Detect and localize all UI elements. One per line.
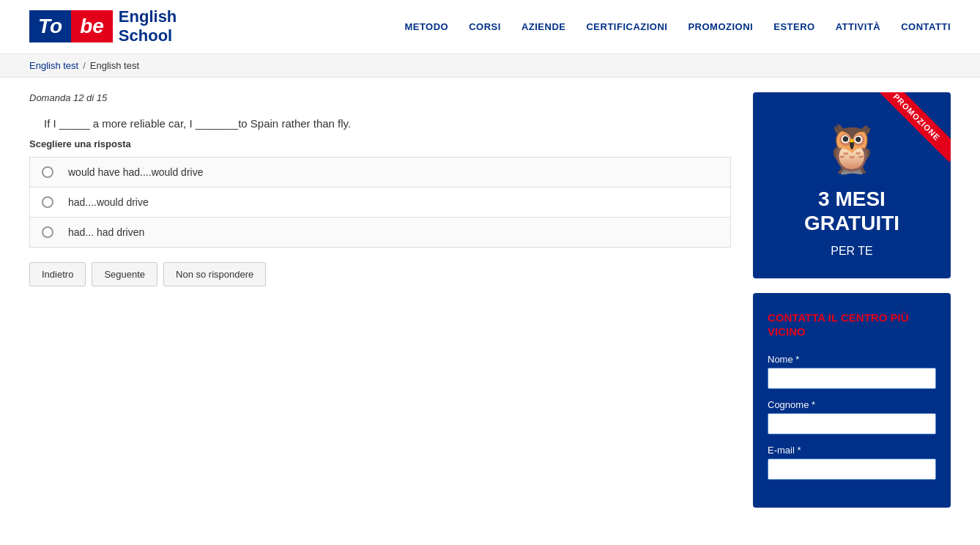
option-radio-3[interactable] bbox=[42, 226, 53, 238]
question-text: If I _____ a more reliable car, I ______… bbox=[29, 115, 731, 133]
promo-ribbon: PROMOZIONE bbox=[870, 92, 951, 173]
logo: To be English School bbox=[29, 7, 177, 46]
nav-metodo[interactable]: METODO bbox=[404, 21, 448, 32]
contact-input-nome[interactable] bbox=[768, 368, 936, 389]
breadcrumb-link[interactable]: English test bbox=[29, 60, 78, 71]
option-row-1[interactable]: would have had....would drive bbox=[30, 157, 730, 188]
contact-input-cognome[interactable] bbox=[768, 413, 936, 434]
promo-banner: PROMOZIONE 🦉 3 MESI GRATUITI PER TE bbox=[753, 92, 951, 278]
domanda-label: Domanda 12 di 15 bbox=[29, 92, 731, 103]
promo-line3: PER TE bbox=[831, 245, 873, 257]
option-text-3: had... had driven bbox=[68, 226, 144, 238]
logo-text-top: English bbox=[119, 7, 177, 26]
nav-estero[interactable]: ESTERO bbox=[773, 21, 814, 32]
nav-promozioni[interactable]: PROMOZIONI bbox=[688, 21, 753, 32]
nav-corsi[interactable]: CORSI bbox=[469, 21, 501, 32]
contact-input-email[interactable] bbox=[768, 459, 936, 480]
option-radio-2[interactable] bbox=[42, 196, 53, 208]
option-radio-1[interactable] bbox=[42, 166, 53, 178]
main-layout: Domanda 12 di 15 If I _____ a more relia… bbox=[0, 78, 980, 522]
promo-ribbon-label: PROMOZIONE bbox=[872, 92, 951, 162]
logo-to: To bbox=[29, 10, 71, 42]
contact-label-cognome: Cognome * bbox=[768, 399, 936, 410]
nav-aziende[interactable]: AZIENDE bbox=[521, 21, 566, 32]
breadcrumb-current: English test bbox=[90, 60, 139, 71]
contact-title: CONTATTA IL CENTRO PIÙ VICINO bbox=[768, 311, 936, 339]
option-text-2: had....would drive bbox=[68, 196, 149, 208]
option-text-1: would have had....would drive bbox=[68, 166, 203, 178]
contact-label-email: E-mail * bbox=[768, 445, 936, 456]
logo-text-bottom: School bbox=[119, 26, 177, 45]
promo-line1: 3 MESI bbox=[818, 188, 886, 210]
content-area: Domanda 12 di 15 If I _____ a more relia… bbox=[29, 92, 753, 508]
header: To be English School METODO CORSI AZIEND… bbox=[0, 0, 980, 54]
breadcrumb-separator: / bbox=[83, 60, 86, 71]
back-button[interactable]: Indietro bbox=[29, 262, 86, 286]
promo-text-main: 3 MESI GRATUITI PER TE bbox=[768, 187, 936, 261]
contact-box: CONTATTA IL CENTRO PIÙ VICINO Nome * Cog… bbox=[753, 293, 951, 508]
breadcrumb-bar: English test / English test bbox=[0, 54, 980, 78]
choose-label: Scegliere una risposta bbox=[29, 138, 731, 149]
nav-certificazioni[interactable]: CERTIFICAZIONI bbox=[586, 21, 667, 32]
promo-line2: GRATUITI bbox=[804, 212, 899, 234]
breadcrumb: English test / English test bbox=[29, 60, 951, 71]
main-nav: METODO CORSI AZIENDE CERTIFICAZIONI PROM… bbox=[404, 21, 951, 32]
nav-attivita[interactable]: ATTIVITÀ bbox=[836, 21, 881, 32]
skip-button[interactable]: Non so rispondere bbox=[163, 262, 266, 286]
button-row: Indietro Seguente Non so rispondere bbox=[29, 262, 731, 286]
option-row-2[interactable]: had....would drive bbox=[30, 188, 730, 218]
logo-text: English School bbox=[119, 7, 177, 46]
contact-field-nome: Nome * bbox=[768, 354, 936, 389]
next-button[interactable]: Seguente bbox=[92, 262, 157, 286]
option-row-3[interactable]: had... had driven bbox=[30, 218, 730, 247]
contact-label-nome: Nome * bbox=[768, 354, 936, 365]
contact-field-email: E-mail * bbox=[768, 445, 936, 480]
logo-box: To be bbox=[29, 10, 113, 42]
options-list: would have had....would drive had....wou… bbox=[29, 157, 731, 248]
logo-be: be bbox=[71, 10, 113, 42]
nav-contatti[interactable]: CONTATTI bbox=[901, 21, 951, 32]
contact-field-cognome: Cognome * bbox=[768, 399, 936, 434]
sidebar: PROMOZIONE 🦉 3 MESI GRATUITI PER TE CONT… bbox=[753, 92, 951, 508]
